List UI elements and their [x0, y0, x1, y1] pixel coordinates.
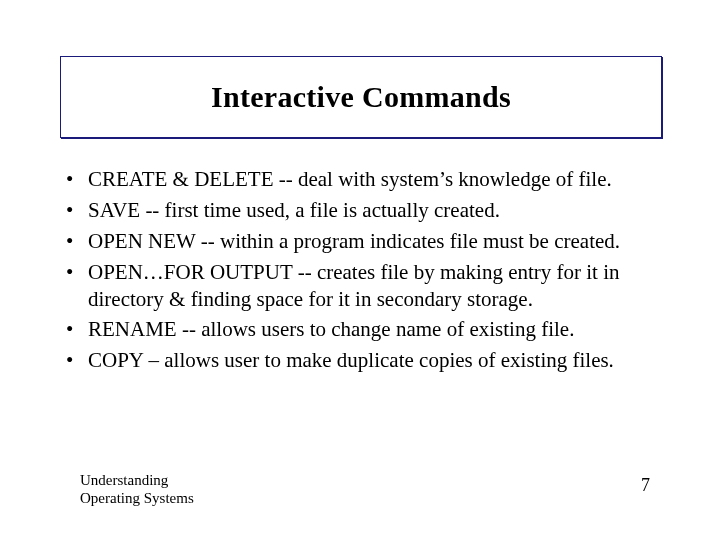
footer-left: Understanding Operating Systems	[80, 471, 194, 509]
list-item: OPEN NEW -- within a program indicates f…	[64, 228, 664, 255]
bullet-list: CREATE & DELETE -- deal with system’s kn…	[64, 166, 664, 374]
slide-title: Interactive Commands	[211, 80, 511, 114]
title-box: Interactive Commands	[60, 56, 662, 138]
list-item: RENAME -- allows users to change name of…	[64, 316, 664, 343]
footer-line-1: Understanding	[80, 471, 194, 490]
list-item: CREATE & DELETE -- deal with system’s kn…	[64, 166, 664, 193]
page-number: 7	[641, 475, 650, 496]
footer-line-2: Operating Systems	[80, 489, 194, 508]
slide: Interactive Commands CREATE & DELETE -- …	[0, 0, 720, 540]
list-item: COPY – allows user to make duplicate cop…	[64, 347, 664, 374]
list-item: OPEN…FOR OUTPUT -- creates file by makin…	[64, 259, 664, 313]
body-content: CREATE & DELETE -- deal with system’s kn…	[64, 166, 664, 378]
list-item: SAVE -- first time used, a file is actua…	[64, 197, 664, 224]
